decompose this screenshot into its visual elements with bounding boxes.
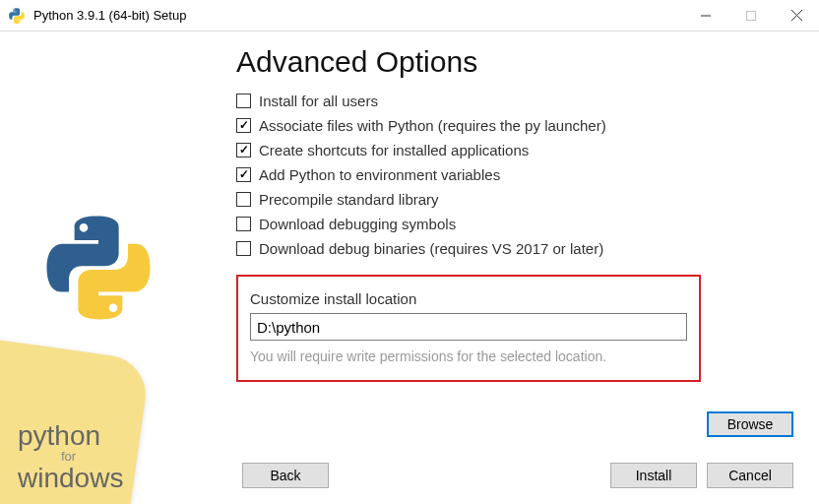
option-row[interactable]: Install for all users xyxy=(236,93,793,109)
brand-text: python for windows xyxy=(18,421,123,492)
checkbox[interactable] xyxy=(236,241,251,256)
checkbox[interactable] xyxy=(236,94,251,108)
brand-for: for xyxy=(18,450,123,464)
python-icon xyxy=(8,7,26,25)
install-button[interactable]: Install xyxy=(610,463,697,488)
install-location-box: Customize install location You will requ… xyxy=(236,275,701,382)
option-row[interactable]: Create shortcuts for installed applicati… xyxy=(236,142,793,158)
page-title: Advanced Options xyxy=(236,45,793,79)
main-panel: Advanced Options Install for all usersAs… xyxy=(226,32,819,504)
checkbox[interactable] xyxy=(236,143,251,158)
python-logo xyxy=(39,209,158,330)
option-label: Create shortcuts for installed applicati… xyxy=(259,142,529,158)
options-list: Install for all usersAssociate files wit… xyxy=(236,93,793,257)
sidebar: python for windows xyxy=(0,32,226,504)
minimize-button[interactable] xyxy=(683,0,728,32)
option-label: Associate files with Python (requires th… xyxy=(259,117,606,134)
back-button[interactable]: Back xyxy=(242,463,329,488)
browse-button[interactable]: Browse xyxy=(707,411,793,437)
checkbox[interactable] xyxy=(236,118,251,133)
option-row[interactable]: Add Python to environment variables xyxy=(236,166,793,183)
brand-python: python xyxy=(18,420,100,451)
option-row[interactable]: Download debugging symbols xyxy=(236,216,793,232)
checkbox[interactable] xyxy=(236,192,251,207)
maximize-button xyxy=(728,0,774,32)
option-label: Download debug binaries (requires VS 201… xyxy=(259,240,603,257)
checkbox[interactable] xyxy=(236,167,251,182)
install-location-label: Customize install location xyxy=(250,290,687,307)
install-location-input[interactable] xyxy=(250,313,687,341)
window-controls xyxy=(683,0,819,32)
option-label: Add Python to environment variables xyxy=(259,166,500,183)
titlebar: Python 3.9.1 (64-bit) Setup xyxy=(0,0,819,32)
option-label: Install for all users xyxy=(259,93,378,109)
option-row[interactable]: Associate files with Python (requires th… xyxy=(236,117,793,134)
install-location-hint: You will require write permissions for t… xyxy=(250,348,687,364)
option-label: Precompile standard library xyxy=(259,191,439,208)
option-row[interactable]: Download debug binaries (requires VS 201… xyxy=(236,240,793,257)
window-title: Python 3.9.1 (64-bit) Setup xyxy=(33,8,683,23)
option-label: Download debugging symbols xyxy=(259,216,456,232)
brand-windows: windows xyxy=(18,463,123,493)
svg-rect-1 xyxy=(747,11,756,20)
cancel-button[interactable]: Cancel xyxy=(707,463,793,488)
option-row[interactable]: Precompile standard library xyxy=(236,191,793,208)
close-button[interactable] xyxy=(774,0,819,32)
footer-buttons: Back Install Cancel xyxy=(226,463,819,488)
checkbox[interactable] xyxy=(236,217,251,231)
